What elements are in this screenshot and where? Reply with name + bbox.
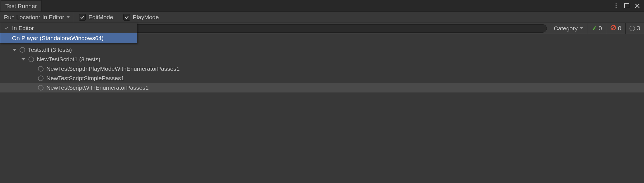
tree-label: Tests.dll (3 tests) bbox=[28, 47, 72, 53]
close-icon[interactable] bbox=[634, 3, 641, 9]
foldout-icon[interactable] bbox=[21, 58, 26, 60]
title-spacer bbox=[42, 0, 609, 11]
skip-icon bbox=[629, 26, 635, 31]
foldout-icon[interactable] bbox=[12, 49, 17, 51]
editmode-toggle[interactable]: EditMode bbox=[74, 12, 118, 23]
toolbar: Run Location: In Editor EditMode PlayMod… bbox=[0, 12, 644, 23]
window-title: Test Runner bbox=[5, 3, 37, 9]
fail-count: 0 bbox=[618, 25, 621, 32]
tree-row[interactable]: NewTestScript1 (3 tests) bbox=[0, 55, 644, 64]
playmode-label: PlayMode bbox=[133, 14, 159, 21]
svg-line-5 bbox=[612, 26, 615, 29]
window-tab[interactable]: Test Runner bbox=[1, 0, 42, 11]
run-location-dropdown[interactable]: Run Location: In Editor bbox=[0, 12, 74, 23]
playmode-toggle[interactable]: PlayMode bbox=[118, 12, 164, 23]
pass-filter-button[interactable]: ✓ 0 bbox=[588, 23, 606, 34]
dropdown-item-label: On Player (StandaloneWindows64) bbox=[12, 35, 104, 42]
status-icon bbox=[38, 75, 44, 81]
dropdown-item-in-editor[interactable]: In Editor bbox=[0, 23, 137, 33]
editmode-checkbox[interactable] bbox=[79, 14, 86, 21]
pass-icon: ✓ bbox=[592, 25, 597, 32]
tree-label: NewTestScriptSimplePasses1 bbox=[46, 75, 124, 82]
skip-filter-button[interactable]: 3 bbox=[625, 23, 644, 34]
tree-row[interactable]: NewTestScriptWithEnumeratorPasses1 bbox=[0, 83, 644, 92]
tree-label: NewTestScriptInPlayModeWithEnumeratorPas… bbox=[46, 65, 179, 72]
chevron-down-icon bbox=[580, 27, 583, 29]
window-controls bbox=[609, 0, 644, 11]
status-icon bbox=[38, 85, 44, 91]
tree-label: NewTestScript1 (3 tests) bbox=[37, 56, 100, 63]
category-dropdown[interactable]: Category bbox=[549, 23, 588, 34]
svg-rect-0 bbox=[624, 4, 629, 8]
tree-label: NewTestScriptWithEnumeratorPasses1 bbox=[46, 84, 149, 91]
tree-row[interactable]: NewTestScriptSimplePasses1 bbox=[0, 74, 644, 83]
editmode-label: EditMode bbox=[88, 14, 113, 21]
fail-icon bbox=[610, 25, 616, 32]
run-location-label: Run Location: bbox=[4, 14, 40, 21]
dropdown-item-label: In Editor bbox=[12, 25, 34, 31]
title-bar: Test Runner bbox=[0, 0, 644, 12]
tree-row[interactable]: NewTestScriptInPlayModeWithEnumeratorPas… bbox=[0, 64, 644, 74]
tree-row[interactable]: Tests.dll (3 tests) bbox=[0, 45, 644, 55]
status-icon bbox=[38, 66, 44, 72]
category-label: Category bbox=[554, 25, 578, 32]
dropdown-item-on-player[interactable]: On Player (StandaloneWindows64) bbox=[0, 33, 137, 43]
run-location-menu: In Editor On Player (StandaloneWindows64… bbox=[0, 23, 137, 43]
check-icon bbox=[4, 26, 9, 30]
playmode-checkbox[interactable] bbox=[123, 14, 130, 21]
fail-filter-button[interactable]: 0 bbox=[606, 23, 625, 34]
pass-count: 0 bbox=[598, 25, 602, 32]
status-icon bbox=[28, 57, 34, 62]
run-location-value: In Editor bbox=[42, 14, 64, 21]
chevron-down-icon bbox=[66, 16, 70, 18]
status-icon bbox=[20, 47, 25, 53]
maximize-icon[interactable] bbox=[623, 3, 630, 9]
skip-count: 3 bbox=[637, 25, 640, 32]
menu-icon[interactable] bbox=[613, 3, 619, 9]
